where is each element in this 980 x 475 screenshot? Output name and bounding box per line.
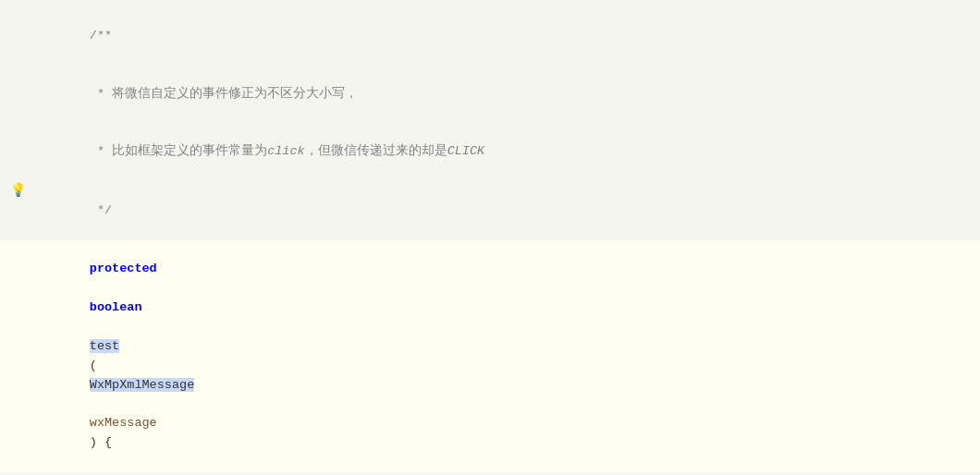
comment-open: /** [90, 29, 112, 43]
gutter-4: 💡 [9, 181, 26, 201]
method-name-highlight: test [90, 339, 119, 353]
param-type-highlight: WxMpXmlMessage [90, 378, 194, 392]
keyword-boolean: boolean [90, 300, 142, 314]
line-4: 💡 */ [0, 181, 980, 240]
code-content-4: */ [30, 182, 971, 240]
code-content-1: /** [30, 7, 971, 66]
comment-text-2: * 比如框架定义的事件常量为click，但微信传递过来的却是CLICK [90, 144, 484, 158]
code-content-2: * 将微信自定义的事件修正为不区分大小写， [30, 66, 971, 124]
param-name: wxMessage [90, 416, 157, 430]
code-content-3: * 比如框架定义的事件常量为click，但微信传递过来的却是CLICK [30, 124, 971, 182]
lightbulb-icon: 💡 [10, 181, 26, 201]
code-block: /** * 将微信自定义的事件修正为不区分大小写， * 比如框架定义的事件常量为… [0, 0, 980, 475]
code-content-5: protected boolean test ( WxMpXmlMessage … [30, 240, 971, 472]
line-2: * 将微信自定义的事件修正为不区分大小写， [0, 66, 980, 124]
line-3: * 比如框架定义的事件常量为click，但微信传递过来的却是CLICK [0, 124, 980, 182]
comment-close: */ [90, 203, 112, 217]
code-editor: /** * 将微信自定义的事件修正为不区分大小写， * 比如框架定义的事件常量为… [0, 0, 980, 475]
keyword-protected: protected [90, 262, 157, 275]
comment-text-1: * 将微信自定义的事件修正为不区分大小写， [90, 87, 358, 101]
line-1: /** [0, 7, 980, 66]
line-5: protected boolean test ( WxMpXmlMessage … [0, 240, 980, 472]
